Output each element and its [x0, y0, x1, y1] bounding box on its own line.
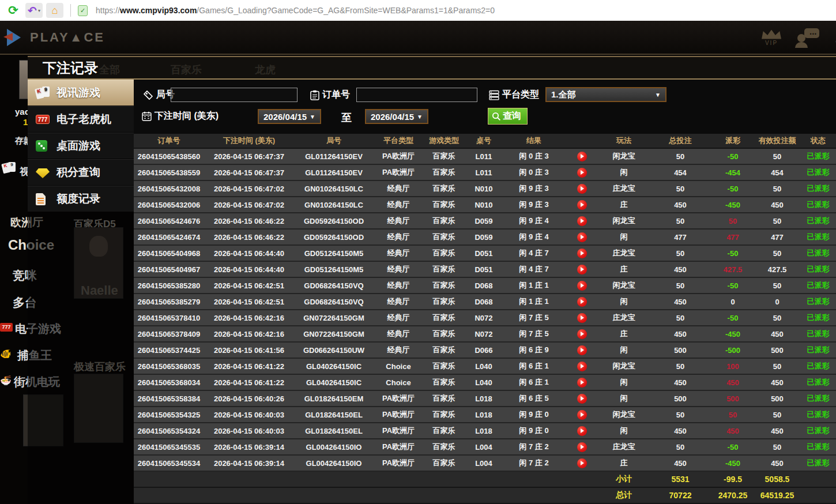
- vip-label: VIP: [762, 40, 781, 46]
- sidebar-item-label: 额度记录: [57, 191, 100, 206]
- subtotal-label: 小计: [598, 472, 649, 487]
- play-video-button[interactable]: [577, 200, 587, 210]
- play-video-button[interactable]: [577, 184, 587, 194]
- cell-video: [565, 294, 598, 309]
- date-to-value: 2026/04/15: [371, 112, 414, 122]
- play-video-button[interactable]: [577, 458, 587, 468]
- cell-platform: Choice: [374, 375, 423, 390]
- cell-platform: PA欧洲厅: [374, 391, 423, 406]
- sidebar-item-video-games[interactable]: K9 视讯游戏: [28, 80, 134, 106]
- table-row: 260415065438560 2026-04-15 06:47:37 GL01…: [134, 149, 836, 165]
- cell-order-number: 260415065432006: [134, 197, 204, 212]
- cell-payout: 450: [711, 375, 754, 390]
- play-video-button[interactable]: [577, 281, 587, 291]
- date-from-select[interactable]: 2026/04/15 ▼: [258, 109, 321, 124]
- cell-bet-type: 闲龙宝: [598, 149, 649, 164]
- cell-bet-time: 2026-04-15 06:42:51: [204, 294, 294, 309]
- cell-round-number: GN010264150LC: [294, 181, 374, 196]
- play-video-button[interactable]: [577, 394, 587, 404]
- cell-video: [565, 278, 598, 293]
- sidebar-item-label: 积分查询: [57, 165, 100, 180]
- col-header-platform: 平台类型: [374, 134, 423, 148]
- cell-game-type: 百家乐: [423, 246, 465, 261]
- play-video-button[interactable]: [577, 426, 587, 436]
- cell-video: [565, 310, 598, 325]
- home-icon[interactable]: ⌂: [46, 3, 63, 18]
- cell-game-type: 百家乐: [423, 149, 465, 164]
- cell-payout: -50: [711, 278, 754, 293]
- play-video-button[interactable]: [577, 297, 587, 307]
- table-body: 260415065438560 2026-04-15 06:47:37 GL01…: [134, 149, 836, 472]
- order-number-input[interactable]: [356, 88, 477, 102]
- play-video-button[interactable]: [577, 249, 587, 258]
- play-video-button[interactable]: [577, 442, 587, 452]
- cell-bet-time: 2026-04-15 06:41:56: [204, 343, 294, 358]
- back-icon[interactable]: ↶ ▾: [25, 3, 43, 18]
- play-video-button[interactable]: [577, 362, 587, 371]
- cell-result: 闲 6 庄 9: [503, 343, 565, 358]
- cell-status: 已派彩: [800, 165, 836, 180]
- cell-order-number: 260415065438559: [134, 165, 204, 180]
- security-shield-icon[interactable]: ✓: [78, 5, 88, 16]
- play-video-button[interactable]: [577, 168, 587, 178]
- cell-result: 闲 6 庄 1: [503, 375, 565, 390]
- sidebar-item-label: 电子老虎机: [57, 112, 111, 127]
- cell-table-number: L018: [465, 407, 503, 422]
- background-tab-all: 全部: [99, 63, 120, 77]
- cell-payout: -50: [711, 181, 754, 196]
- sidebar-item-label: 桌面游戏: [57, 138, 100, 153]
- reload-icon[interactable]: ⟳: [5, 3, 22, 18]
- date-to-select[interactable]: 2026/04/15 ▼: [365, 109, 428, 124]
- address-bar[interactable]: https://www.cmpvip93.com/Games/G_Loading…: [96, 6, 495, 15]
- subtotal-total-bet: 5531: [649, 472, 711, 487]
- cell-payout: -50: [711, 246, 754, 261]
- cell-status: 已派彩: [800, 278, 836, 293]
- cell-result: 闲 4 庄 7: [503, 246, 565, 261]
- vip-button[interactable]: VIP: [762, 30, 781, 46]
- customer-service-icon[interactable]: •••: [796, 28, 819, 48]
- col-header-game: 游戏类型: [423, 134, 465, 148]
- cell-platform: 经典厅: [374, 213, 423, 228]
- cell-total-bet: 450: [649, 456, 711, 471]
- sidebar-item-points-query[interactable]: 积分查询: [28, 159, 134, 185]
- sidebar-item-table-games[interactable]: 桌面游戏: [28, 133, 134, 159]
- play-video-button[interactable]: [577, 345, 587, 355]
- cell-game-type: 百家乐: [423, 375, 465, 390]
- cell-result: 闲 7 庄 5: [503, 310, 565, 325]
- cell-result: 闲 9 庄 3: [503, 197, 565, 212]
- table-row: 260415065378410 2026-04-15 06:42:16 GN07…: [134, 310, 836, 326]
- top-navbar: PLAY▲CE VIP ••• ♪: [0, 21, 836, 55]
- slot-777-icon: 777: [0, 323, 13, 332]
- cell-result: 闲 7 庄 2: [503, 439, 565, 454]
- cell-bet-type: 庄: [598, 456, 649, 471]
- cell-bet-type: 庄龙宝: [598, 181, 649, 196]
- cell-bet-time: 2026-04-15 06:44:40: [204, 246, 294, 261]
- cell-round-number: GL004264150IO: [294, 439, 374, 454]
- play-video-button[interactable]: [577, 232, 587, 242]
- play-video-button[interactable]: [577, 378, 587, 388]
- play-video-button[interactable]: [577, 152, 587, 161]
- table-row: 260415065368034 2026-04-15 06:41:22 GL04…: [134, 375, 836, 391]
- play-video-button[interactable]: [577, 216, 587, 226]
- cell-game-type: 百家乐: [423, 326, 465, 341]
- play-video-button[interactable]: [577, 313, 587, 323]
- platform-type-select[interactable]: 1.全部 ▼: [545, 87, 666, 102]
- sidebar: K9 视讯游戏 777 电子老虎机 桌面游戏 积分查询 额度记录: [28, 80, 134, 504]
- cell-total-bet: 450: [649, 294, 711, 309]
- play-video-button[interactable]: [577, 329, 587, 339]
- cell-video: [565, 439, 598, 454]
- sidebar-item-quota-records[interactable]: 额度记录: [28, 186, 134, 212]
- cell-bet-time: 2026-04-15 06:47:02: [204, 181, 294, 196]
- table-row: 260415065385279 2026-04-15 06:42:51 GD06…: [134, 294, 836, 310]
- play-video-button[interactable]: [577, 265, 587, 274]
- round-number-label: 局号: [143, 89, 175, 101]
- cell-video: [565, 197, 598, 212]
- round-number-input[interactable]: [171, 88, 298, 102]
- search-button[interactable]: 查询: [488, 108, 528, 125]
- cell-status: 已派彩: [800, 343, 836, 358]
- play-video-button[interactable]: [577, 410, 587, 420]
- table-row: 260415065354324 2026-04-15 06:40:03 GL01…: [134, 423, 836, 439]
- cell-status: 已派彩: [800, 246, 836, 261]
- cell-platform: 经典厅: [374, 230, 423, 245]
- sidebar-item-slots[interactable]: 777 电子老虎机: [28, 106, 134, 132]
